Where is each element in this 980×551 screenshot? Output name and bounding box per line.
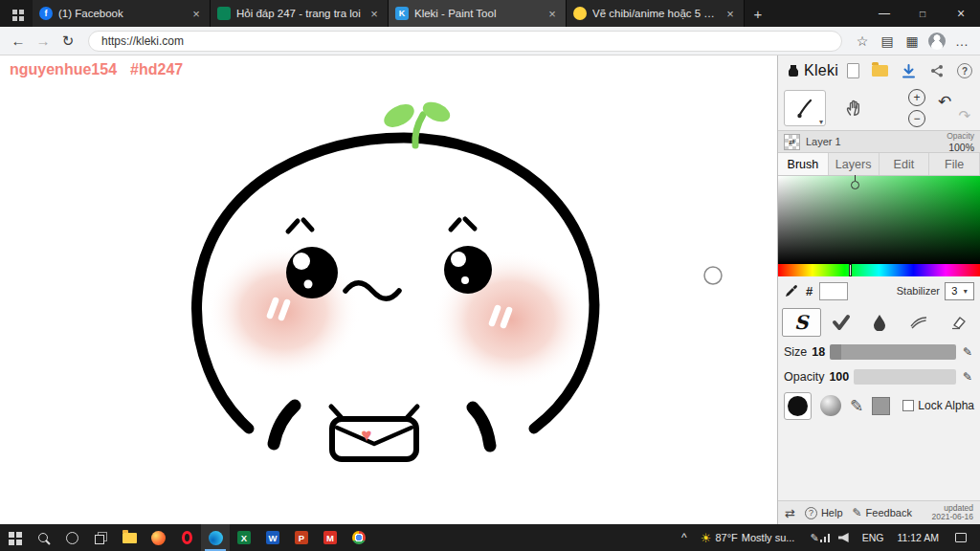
kleki-logo: Kleki [786,62,838,79]
hex-input[interactable] [819,282,848,300]
color-selector-handle[interactable] [851,181,859,189]
maximize-button[interactable]: □ [903,0,942,27]
taskbar-app-excel[interactable]: X [230,524,258,551]
help-button[interactable]: ? Help [805,507,843,519]
layer-bar[interactable]: ⇄ Layer 1 Opacity 100% [778,130,980,153]
volume-icon[interactable] [838,533,849,542]
forward-icon[interactable]: → [31,29,56,54]
redo-icon[interactable]: ↷ [958,107,970,124]
eraser-icon [948,315,968,330]
stabilizer-label: Stabilizer [897,285,940,297]
brush-type-blend[interactable] [823,308,860,337]
browser-tab-facebook[interactable]: f (1) Facebook × [33,0,211,27]
tab-brush[interactable]: Brush [778,153,829,175]
hue-slider[interactable] [778,264,980,276]
favorites-icon[interactable]: ☆ [850,33,875,49]
collections-icon[interactable]: ▤ [875,33,900,49]
undo-icon[interactable]: ↶ [938,92,951,112]
taskbar-app-mail[interactable]: M [316,524,345,551]
start-button[interactable] [0,524,29,551]
signature-text: nguyenhue154 [10,61,117,78]
titlebar-drag-area [771,0,865,27]
brush-tool-button[interactable]: ▾ [784,90,826,126]
close-button[interactable]: × [942,0,980,27]
weather-widget[interactable]: ☀ 87°F Mostly su... [693,531,803,545]
tab-groups-icon[interactable] [0,0,33,27]
kleki-canvas[interactable]: nguyenhue154 #hd247 [0,55,777,524]
taskbar-app-firefox[interactable] [144,524,172,551]
browser-tab-kleki[interactable]: K Kleki - Paint Tool × [389,0,567,27]
apps-icon[interactable]: ▦ [900,33,924,49]
tab-file[interactable]: File [929,153,980,175]
taskbar-clock[interactable]: 11:12 AM [889,532,947,543]
tab-edit[interactable]: Edit [880,153,930,175]
address-bar[interactable]: https://kleki.com [88,31,842,52]
browser-titlebar: f (1) Facebook × Hỏi đáp 247 - trang tra… [0,0,980,27]
taskbar-app-edge[interactable] [201,524,230,551]
lock-alpha-label: Lock Alpha [918,399,974,412]
taskbar-app-chrome[interactable] [345,524,373,551]
tab-close-icon[interactable]: × [189,7,203,21]
size-slider[interactable] [830,344,956,360]
vechibi-favicon-icon [573,7,587,20]
task-view-icon [95,532,107,544]
share-icon[interactable] [929,63,945,78]
hue-marker[interactable] [849,264,852,276]
save-download-icon[interactable] [901,63,917,79]
taskbar-app-powerpoint[interactable]: P [287,524,316,551]
lock-alpha-checkbox[interactable] [902,400,914,411]
chibi-drawing[interactable]: ♥ [0,55,777,524]
swap-icon[interactable]: ⇄ [785,506,795,520]
search-button[interactable] [29,524,57,551]
brush-type-pen[interactable]: S [782,308,821,337]
tab-close-icon[interactable]: × [724,7,737,21]
stabilizer-select[interactable]: 3 ▾ [945,282,974,300]
network-icon[interactable] [828,534,830,542]
hidden-icons-chevron[interactable]: ^ [676,531,693,544]
zoom-in-button[interactable]: + [908,89,925,106]
opera-icon [182,531,192,544]
lock-alpha-control[interactable]: Lock Alpha [902,399,974,412]
open-file-icon[interactable] [872,65,888,77]
browser-tab-hoidap247[interactable]: Hỏi đáp 247 - trang tra loi × [211,0,389,27]
opacity-slider[interactable] [854,369,956,385]
refresh-icon[interactable]: ↻ [56,29,80,54]
hand-tool-button[interactable] [833,90,875,126]
task-view-button[interactable] [86,524,115,551]
taskbar-app-file-explorer[interactable] [115,524,144,551]
taskbar-app-opera[interactable] [172,524,201,551]
zoom-out-button[interactable]: − [908,110,925,127]
tab-close-icon[interactable]: × [546,7,559,21]
cortana-button[interactable] [57,524,86,551]
brush-type-sketchy[interactable] [861,308,899,337]
brush-type-pixel[interactable] [901,308,938,337]
pen-tray-icon[interactable]: ✎ [810,532,818,544]
browser-tab-vechibi[interactable]: Vẽ chibi/anime hoặc 5 đậu mầm × [567,0,745,27]
language-indicator[interactable]: ENG [857,532,890,543]
help-circle-icon[interactable]: ? [957,63,972,78]
feedback-button[interactable]: ✎ Feedback [853,506,912,519]
square-brush-icon[interactable] [872,397,890,415]
eyedropper-icon[interactable] [784,283,799,298]
soft-brush-icon[interactable] [820,395,841,416]
size-edit-icon[interactable]: ✎ [961,345,974,359]
taskbar-app-word[interactable]: W [258,524,287,551]
pencil-brush-icon[interactable]: ✎ [850,396,863,416]
new-tab-button[interactable]: + [745,0,771,27]
help-icon: ? [805,507,817,519]
color-gradient-picker[interactable] [778,176,980,264]
action-center-button[interactable] [947,533,975,542]
brush-type-eraser[interactable] [939,308,976,337]
back-icon[interactable]: ← [6,29,31,54]
panel-footer: ⇄ ? Help ✎ Feedback updated 2021-06-16 [778,500,980,524]
layer-thumbnail-icon[interactable]: ⇄ [784,134,800,150]
profile-avatar[interactable] [928,33,946,50]
tab-close-icon[interactable]: × [368,7,381,21]
tab-layers[interactable]: Layers [829,153,880,175]
settings-menu-icon[interactable]: … [949,33,974,49]
preset-circle-selected[interactable] [784,392,812,420]
opacity-edit-icon[interactable]: ✎ [961,370,974,384]
facebook-favicon-icon: f [39,7,53,20]
minimize-button[interactable]: — [865,0,903,27]
new-image-icon[interactable] [847,63,859,78]
